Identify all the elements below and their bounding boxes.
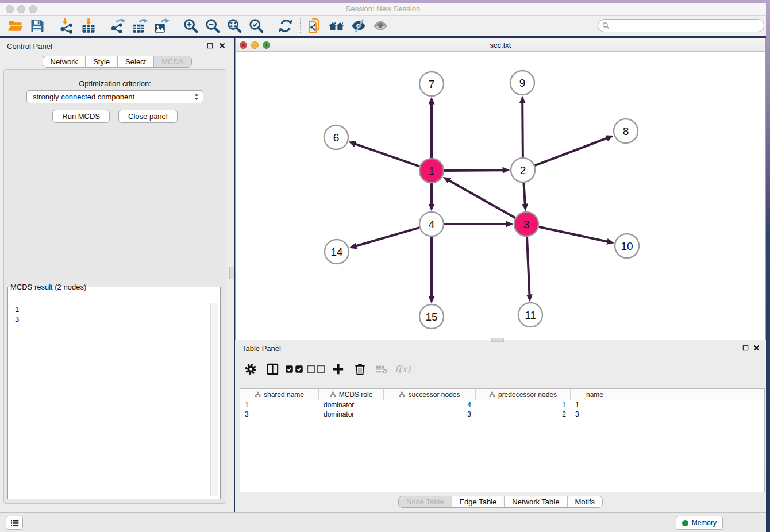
graph-node-8[interactable]: 8 <box>614 119 638 143</box>
graph-node-1[interactable]: 1 <box>419 159 444 183</box>
zoom-fit-icon[interactable] <box>224 17 245 35</box>
graph-node-10[interactable]: 10 <box>615 234 639 258</box>
task-history-button[interactable] <box>6 516 23 530</box>
tab-node-table[interactable]: Node Table <box>399 496 452 507</box>
node-label: 7 <box>429 78 435 90</box>
node-label: 11 <box>525 309 536 321</box>
tab-network[interactable]: Network <box>43 56 86 67</box>
graph-node-4[interactable]: 4 <box>419 212 444 236</box>
optimization-criterion-label: Optimization criterion: <box>4 79 226 88</box>
column-header-successor-nodes[interactable]: successor nodes <box>384 389 476 400</box>
node-label: 3 <box>523 218 530 230</box>
graph-node-11[interactable]: 11 <box>518 303 542 327</box>
network-canvas[interactable]: 7968124314101511 <box>236 52 765 340</box>
cell-successor-nodes[interactable]: 3 <box>384 410 476 419</box>
edge-2-3[interactable] <box>523 183 525 205</box>
close-table-panel-icon[interactable] <box>753 344 760 352</box>
table-row[interactable]: 3dominator323 <box>240 410 764 419</box>
graph-node-14[interactable]: 14 <box>325 240 349 264</box>
float-panel-icon[interactable] <box>206 42 214 49</box>
edge-3-1[interactable] <box>449 180 515 218</box>
checked-boxes-icon[interactable] <box>284 361 304 377</box>
control-panel-tabs: NetworkStyleSelectMCDS <box>42 56 191 68</box>
run-mcds-button[interactable]: Run MCDS <box>52 110 110 123</box>
graph-node-15[interactable]: 15 <box>419 304 444 329</box>
graph-node-2[interactable]: 2 <box>511 158 535 182</box>
node-label: 8 <box>623 125 629 137</box>
column-header-predecessor-nodes[interactable]: predecessor nodes <box>476 389 571 400</box>
edge-1-2[interactable] <box>444 170 503 171</box>
graph-node-9[interactable]: 9 <box>510 71 534 95</box>
import-table-icon[interactable] <box>78 17 99 35</box>
criterion-value: strongly connected component <box>33 92 194 101</box>
columns-icon[interactable] <box>263 361 282 377</box>
homes-icon[interactable] <box>326 17 348 35</box>
cell-successor-nodes[interactable]: 4 <box>384 400 476 410</box>
graph-node-7[interactable]: 7 <box>419 72 444 96</box>
edge-4-14[interactable] <box>356 228 419 246</box>
cell-shared-name[interactable]: 3 <box>240 410 319 419</box>
vertical-splitter-handle[interactable] <box>229 267 234 279</box>
close-panel-button[interactable]: Close panel <box>118 110 178 123</box>
zoom-out-icon[interactable] <box>202 17 224 35</box>
column-header-name[interactable]: name <box>571 389 619 400</box>
result-scrollbar[interactable] <box>210 303 218 496</box>
edge-2-9[interactable] <box>522 102 523 157</box>
unchecked-boxes-icon[interactable] <box>306 361 326 377</box>
tab-style[interactable]: Style <box>86 56 118 67</box>
table-row[interactable]: 1dominator411 <box>240 400 764 410</box>
memory-button[interactable]: Memory <box>676 516 723 530</box>
criterion-select[interactable]: strongly connected component <box>26 90 203 103</box>
graph-node-6[interactable]: 6 <box>324 125 348 149</box>
network-file-icon[interactable] <box>304 17 326 35</box>
tab-network-table[interactable]: Network Table <box>505 496 567 507</box>
tab-edge-table[interactable]: Edge Table <box>452 496 505 507</box>
zoom-in-icon[interactable] <box>180 17 202 35</box>
refresh-icon[interactable] <box>275 17 297 35</box>
graph-node-3[interactable]: 3 <box>514 212 538 236</box>
close-panel-icon[interactable] <box>218 42 226 49</box>
edge-2-8[interactable] <box>535 138 608 165</box>
control-panel-header: Control Panel <box>0 38 234 54</box>
trash-icon[interactable] <box>350 361 369 377</box>
cell-name[interactable]: 3 <box>571 410 619 419</box>
column-header-MCDS-role[interactable]: MCDS role <box>319 389 384 400</box>
tab-mcds[interactable]: MCDS <box>154 56 191 67</box>
open-folder-icon[interactable] <box>5 17 26 35</box>
cell-MCDS-role[interactable]: dominator <box>319 410 384 419</box>
export-network-icon[interactable] <box>107 17 129 35</box>
zoom-selected-icon[interactable] <box>245 17 267 35</box>
column-header-shared-name[interactable]: shared name <box>240 389 319 400</box>
mcds-result-box: MCDS result (2 nodes) 13 <box>7 283 221 499</box>
network-window-titlebar[interactable]: ✕ − + scc.txt <box>236 38 765 52</box>
table-panel-title: Table Panel <box>242 344 281 353</box>
edge-1-6[interactable] <box>355 144 419 167</box>
cell-MCDS-role[interactable]: dominator <box>319 400 384 410</box>
save-icon[interactable] <box>26 17 48 35</box>
search-input[interactable] <box>612 21 764 31</box>
list-icon <box>10 518 20 528</box>
cell-predecessor-nodes[interactable]: 2 <box>476 410 571 419</box>
float-table-panel-icon[interactable] <box>742 344 749 352</box>
search-field[interactable] <box>598 19 764 32</box>
edge-3-10[interactable] <box>539 227 608 242</box>
edge-3-11[interactable] <box>527 237 530 295</box>
cell-shared-name[interactable]: 1 <box>240 400 319 410</box>
horizontal-splitter-handle[interactable] <box>491 338 504 342</box>
control-panel-title: Control Panel <box>7 42 52 51</box>
column-type-icon <box>330 391 336 398</box>
column-type-icon <box>399 391 405 398</box>
export-image-icon[interactable] <box>151 17 172 35</box>
vizmap-eye-icon[interactable] <box>348 17 369 35</box>
cell-predecessor-nodes[interactable]: 1 <box>476 400 571 410</box>
plus-icon[interactable] <box>328 361 348 377</box>
svg-text:f(x): f(x) <box>395 364 411 375</box>
export-table-icon[interactable] <box>129 17 151 35</box>
memory-status-icon <box>682 520 688 526</box>
tab-motifs[interactable]: Motifs <box>567 496 602 507</box>
cell-name[interactable]: 1 <box>571 400 619 410</box>
gear-icon[interactable] <box>241 361 260 377</box>
toolbar-separator <box>103 18 103 34</box>
import-network-icon[interactable] <box>56 17 78 35</box>
tab-select[interactable]: Select <box>118 56 154 67</box>
